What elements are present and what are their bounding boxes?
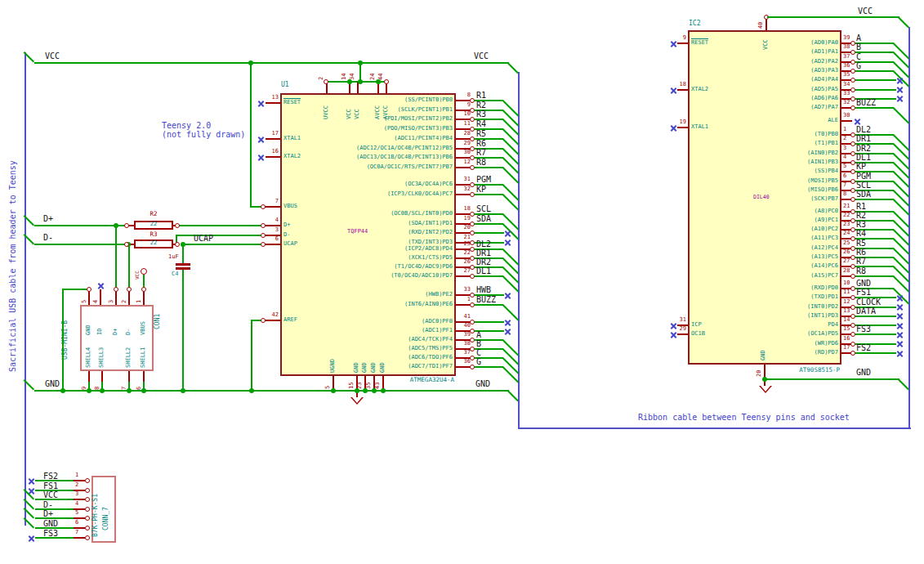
r3-ref[interactable]: R3 <box>134 231 173 238</box>
net-label-FS2[interactable]: FS2 <box>856 343 871 352</box>
net-label-R3[interactable]: R3 <box>856 220 866 229</box>
net-label-dminus[interactable]: D- <box>43 233 53 242</box>
note-ribbon-cable[interactable]: Ribbon cable between Teensy pins and soc… <box>638 413 850 422</box>
net-label-vcc-left[interactable]: VCC <box>45 51 60 60</box>
net-label-R4[interactable]: R4 <box>476 119 486 128</box>
net-label-B[interactable]: B <box>476 339 481 348</box>
u1-pin-10-number: 10 <box>457 111 471 118</box>
net-label-BUZZ[interactable]: BUZZ <box>856 98 876 107</box>
net-label-R5[interactable]: R5 <box>856 239 866 248</box>
no-connect-marker <box>896 322 904 329</box>
net-label-C[interactable]: C <box>856 52 861 61</box>
net-label-R7[interactable]: R7 <box>476 148 486 157</box>
ic2-pin-21-name: (A8)PC0 <box>722 208 838 215</box>
net-label-DL2[interactable]: DL2 <box>856 125 871 134</box>
net-wire <box>502 366 520 383</box>
net-label-SCL[interactable]: SCL <box>856 181 871 190</box>
net-label-DL2[interactable]: DL2 <box>476 239 491 248</box>
net-label-R4[interactable]: R4 <box>856 229 866 238</box>
u1-pin-25-name: (ICP2/ADC8)PD4 <box>327 246 453 253</box>
c4-ref[interactable]: C4 <box>172 271 178 278</box>
net-label-ucap[interactable]: UCAP <box>194 234 213 243</box>
u1-pin-29-number: 29 <box>457 141 471 147</box>
net-label-R5[interactable]: R5 <box>476 129 486 138</box>
note-teensy-line2[interactable]: (not fully drawn) <box>162 130 245 139</box>
net-label-R3[interactable]: R3 <box>476 110 486 119</box>
no-connect-marker <box>896 313 904 320</box>
ic2-pin-32-name: (AD7)PA7 <box>722 105 838 111</box>
ic2-pin-6-name: (MOSI)PB5 <box>722 178 838 185</box>
no-connect-marker <box>257 154 265 161</box>
net-label-G[interactable]: G <box>856 61 861 70</box>
net-label-VCC[interactable]: VCC <box>43 490 58 499</box>
conn7-ref[interactable]: CONN_7 <box>103 507 110 530</box>
con1-ref[interactable]: CON1 <box>154 314 162 329</box>
net-label-R1[interactable]: R1 <box>856 202 866 211</box>
net-label-B[interactable]: B <box>856 43 861 51</box>
net-label-SCL[interactable]: SCL <box>476 204 491 213</box>
net-label-gnd-left[interactable]: GND <box>45 379 60 388</box>
net-label-FS1[interactable]: FS1 <box>856 288 871 297</box>
net-label-A[interactable]: A <box>476 330 481 339</box>
net-label-vcc-right[interactable]: VCC <box>474 51 489 60</box>
net-label-D-[interactable]: D- <box>43 500 53 509</box>
wire-junction <box>127 388 132 393</box>
net-label-R2[interactable]: R2 <box>856 211 866 220</box>
net-label-KP[interactable]: KP <box>476 185 486 194</box>
net-label-CLOCK[interactable]: CLOCK <box>856 298 881 307</box>
net-label-HWB[interactable]: HWB <box>476 285 491 294</box>
net-label-R1[interactable]: R1 <box>476 91 486 100</box>
net-label-C[interactable]: C <box>476 348 481 357</box>
net-label-R8[interactable]: R8 <box>856 266 866 275</box>
net-label-DL1[interactable]: DL1 <box>476 266 491 275</box>
net-label-DR2[interactable]: DR2 <box>476 257 491 266</box>
u1-part[interactable]: ATMEGA32U4-A <box>373 377 454 383</box>
net-label-BUZZ[interactable]: BUZZ <box>476 295 496 304</box>
net-label-FS1[interactable]: FS1 <box>43 481 58 490</box>
net-label-PGM[interactable]: PGM <box>856 172 871 181</box>
net-wire <box>893 61 910 78</box>
net-label-GND[interactable]: GND <box>43 519 58 528</box>
net-label-A[interactable]: A <box>856 34 861 43</box>
net-label-R6[interactable]: R6 <box>856 248 866 257</box>
net-label-SDA[interactable]: SDA <box>476 214 491 223</box>
net-wire <box>855 61 894 63</box>
net-label-R6[interactable]: R6 <box>476 139 486 148</box>
note-teensy-line1[interactable]: Teensy 2.0 <box>162 121 211 130</box>
net-label-D+[interactable]: D+ <box>43 509 53 518</box>
u1-ref[interactable]: U1 <box>281 82 289 89</box>
net-label-PGM[interactable]: PGM <box>476 175 491 184</box>
u1-pin-23-name: GND <box>362 362 368 373</box>
net-wire <box>893 248 910 265</box>
note-sacrificial-usb[interactable]: Sacrificial USB cable from header to Tee… <box>8 160 17 372</box>
net-label-gnd-right[interactable]: GND <box>475 379 490 388</box>
net-label-FS2[interactable]: FS2 <box>43 472 58 481</box>
r2-value[interactable]: 22 <box>134 222 173 228</box>
net-label-R2[interactable]: R2 <box>476 101 486 110</box>
net-label-R8[interactable]: R8 <box>476 158 486 167</box>
net-label-DATA[interactable]: DATA <box>856 307 876 316</box>
net-label-DR1[interactable]: DR1 <box>856 134 871 143</box>
net-label-gnd-ic2[interactable]: GND <box>856 368 871 377</box>
r2-ref[interactable]: R2 <box>134 211 173 217</box>
net-label-FS3[interactable]: FS3 <box>856 325 871 333</box>
net-label-DR1[interactable]: DR1 <box>476 248 491 257</box>
ic2-part[interactable]: AT90S8515-P <box>758 367 840 374</box>
r3-value[interactable]: 22 <box>134 240 173 247</box>
net-label-KP[interactable]: KP <box>856 162 866 171</box>
net-label-GND[interactable]: GND <box>856 279 871 288</box>
pin-end <box>141 287 146 292</box>
c4-value[interactable]: 1uF <box>168 254 179 261</box>
net-label-dplus[interactable]: D+ <box>43 214 53 223</box>
net-label-G[interactable]: G <box>476 357 481 366</box>
net-label-R7[interactable]: R7 <box>856 257 866 266</box>
ic2-ref[interactable]: IC2 <box>689 20 700 28</box>
net-label-vcc-ic2[interactable]: VCC <box>858 7 873 16</box>
net-label-FS3[interactable]: FS3 <box>43 529 58 538</box>
net-label-DR2[interactable]: DR2 <box>856 144 871 153</box>
u1-pin-17-name: XTAL1 <box>283 136 301 142</box>
net-label-SDA[interactable]: SDA <box>856 190 871 199</box>
net-label-DL1[interactable]: DL1 <box>856 153 871 162</box>
conn7-pin-4-number: 4 <box>75 501 78 508</box>
conn7-value[interactable]: B7K-PH-K-S1 <box>92 494 100 537</box>
